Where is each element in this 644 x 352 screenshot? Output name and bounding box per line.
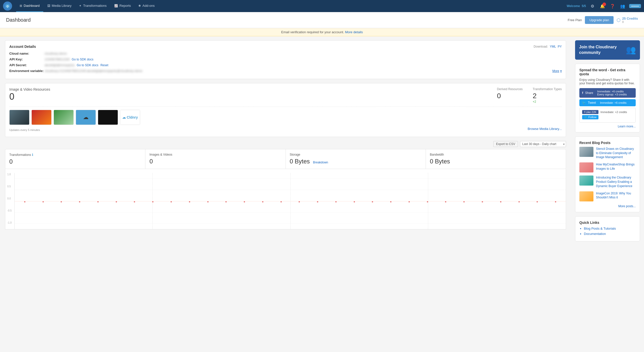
nav-item-media-library[interactable]: 🖼 Media Library [44, 0, 75, 12]
download-py-link[interactable]: PY [558, 45, 562, 48]
info-icon[interactable]: ℹ [32, 153, 33, 157]
derived-count: 0 [497, 92, 523, 100]
download-yml-link[interactable]: YML [550, 45, 556, 48]
sidebar: Join the Cloudinary community 👥 Spread t… [571, 36, 644, 250]
sdk-docs-link[interactable]: Go to SDK docs [72, 58, 93, 61]
nav-item-addons[interactable]: ✱ Add-ons [135, 0, 158, 12]
derived-label: Derived Resources [497, 87, 523, 91]
tweet-credit: Immediate: +6 credits [600, 101, 626, 104]
user-avatar[interactable]: •••••••• [629, 4, 641, 8]
facebook-like-icon: f [584, 111, 585, 114]
blog-text-3[interactable]: Introducing the Cloudinary Product Galle… [596, 175, 636, 188]
more-posts-link[interactable]: More posts... [579, 204, 636, 208]
tweet-button[interactable]: 🐦 Tweet Immediate: +6 credits [579, 99, 636, 106]
thumbnail-2[interactable] [31, 110, 52, 125]
blog-thumb-1 [579, 147, 593, 157]
like-button[interactable]: f Like 22K [582, 110, 598, 114]
plan-badge: Free Plan [568, 18, 582, 22]
stat-transformations: Transformations ℹ 0 [5, 149, 145, 169]
share-facebook-button[interactable]: f Share Immediate: +6 credits Every sign… [579, 88, 636, 98]
alert-message: Email verification required for your acc… [281, 30, 344, 34]
users-icon[interactable]: 👥 [619, 3, 626, 10]
nav-item-dashboard[interactable]: ⊞ Dashboard [16, 0, 43, 12]
alert-link[interactable]: More details [345, 30, 363, 34]
thumbnail-3[interactable] [54, 110, 74, 125]
logo[interactable] [3, 2, 12, 11]
navbar-right: Welcome 5/5 ⚙ 🔔 ❓ 👥 •••••••• [567, 3, 641, 10]
account-label-cloudname: Cloud name: [9, 52, 45, 55]
media-thumbnails: ☁ ☁ Cldnry [9, 110, 562, 125]
account-details-header: Account Details Download: YML PY [9, 45, 562, 49]
nav-label-reports: Reports [119, 4, 131, 8]
reset-link[interactable]: Reset [100, 63, 108, 67]
browse-link-anchor[interactable]: Browse Media Library... [528, 127, 562, 131]
derived-resources-col: Derived Resources 0 [497, 87, 523, 103]
blog-text-2[interactable]: How MyCreativeShop Brings Images to Life [596, 162, 636, 171]
sdk-docs-link-2[interactable]: Go to SDK docs [77, 63, 98, 67]
credits-block: ⬡ 25 Credits 0 [617, 17, 638, 23]
blog-posts-card: Recent Blog Posts Stencil Draws on Cloud… [575, 136, 640, 212]
community-icon: 👥 [626, 45, 636, 55]
storage-stat-value: 0 Bytes Breakdown [290, 158, 422, 165]
blog-post-4[interactable]: ImageCon 2019: Why You Shouldn't Miss it [579, 191, 636, 201]
upgrade-button[interactable]: Upgrade plan [585, 16, 614, 24]
breakdown-link[interactable]: Breakdown [313, 161, 328, 164]
alert-bar: Email verification required for your acc… [0, 28, 644, 36]
learn-more-link[interactable]: Learn more... [579, 125, 636, 128]
notification-badge [602, 3, 606, 6]
transformations-icon: ✦ [79, 4, 82, 8]
transformation-label: Transformation Types [533, 87, 562, 91]
chart-plot-area [14, 173, 566, 229]
learn-more-anchor[interactable]: Learn more... [618, 125, 636, 128]
share-immediate-credit: Immediate: +6 credits [597, 90, 627, 93]
account-details-title: Account Details [9, 45, 36, 49]
more-link[interactable]: More ▾ [552, 69, 562, 73]
main-content: Account Details Download: YML PY Cloud n… [0, 36, 571, 250]
period-select[interactable]: Last 30 days - Daily chart Last 7 days -… [520, 141, 566, 147]
thumbnail-1[interactable] [9, 110, 29, 125]
notifications-icon[interactable]: 🔔 [599, 3, 606, 10]
twitter-icon: 🐦 [582, 101, 586, 104]
bandwidth-stat-label: Bandwidth [430, 153, 444, 156]
follow-button[interactable]: 🐦 Follow [582, 115, 598, 119]
thumbnail-4[interactable]: ☁ [76, 110, 96, 125]
blog-post-2[interactable]: How MyCreativeShop Brings Images to Life [579, 162, 636, 172]
page-title: Dashboard [6, 17, 31, 23]
nav-label-transformations: Transformations [83, 4, 106, 8]
blog-text-4[interactable]: ImageCon 2019: Why You Shouldn't Miss it [596, 191, 636, 200]
account-row-apisecret: API Secret: abcdefghijklmnopqrstu Go to … [9, 63, 562, 67]
quick-link-blog[interactable]: Blog Posts & Tutorials [584, 227, 636, 230]
browse-media-link[interactable]: Browse Media Library... [528, 127, 562, 131]
blog-post-1[interactable]: Stencil Draws on Cloudinary to Eliminate… [579, 147, 636, 159]
stats-row: Transformations ℹ 0 Images & Videos 0 St… [5, 149, 566, 169]
nav-label-dashboard: Dashboard [24, 4, 40, 8]
account-value-apikey: 123456789012345 [45, 58, 70, 61]
account-label-apikey: API Key: [9, 57, 45, 61]
spread-word-desc: Enjoy using Cloudinary? Share it with yo… [579, 78, 636, 85]
nav-label-media-library: Media Library [52, 4, 72, 8]
thumbnail-5[interactable] [98, 110, 118, 125]
svg-point-0 [5, 4, 10, 8]
settings-icon[interactable]: ⚙ [589, 3, 596, 10]
like-block: f Like 22K Immediate: +2 credits 🐦 Follo… [579, 108, 636, 123]
transformations-stat-label: Transformations [9, 153, 31, 157]
community-title: Join the Cloudinary community [579, 44, 626, 56]
more-posts-anchor[interactable]: More posts... [618, 204, 636, 208]
credits-sub: 0 [622, 20, 638, 23]
blog-text-1[interactable]: Stencil Draws on Cloudinary to Eliminate… [596, 147, 636, 159]
account-value-envvar: cloudinary://123456789012345:abcdefghijk… [45, 69, 142, 73]
account-label-envvar: Environment variable: [9, 69, 45, 73]
nav-item-transformations[interactable]: ✦ Transformations [75, 0, 110, 12]
updates-text: Updates every 5 minutes [9, 128, 40, 131]
account-value-cloudname: cloudinary-demo [45, 52, 67, 55]
quick-links-title: Quick Links [579, 221, 636, 225]
blog-posts-title: Recent Blog Posts [579, 141, 636, 145]
thumbnail-6[interactable]: ☁ Cldnry [120, 110, 140, 125]
resources-cols: Derived Resources 0 Transformation Types… [497, 87, 562, 103]
nav-item-reports[interactable]: 📈 Reports [111, 0, 135, 12]
quick-link-docs[interactable]: Documentation [584, 232, 636, 236]
help-icon[interactable]: ❓ [609, 3, 616, 10]
blog-post-3[interactable]: Introducing the Cloudinary Product Galle… [579, 175, 636, 188]
bandwidth-stat-value: 0 Bytes [430, 158, 562, 165]
export-csv-button[interactable]: Export to CSV [493, 141, 518, 147]
